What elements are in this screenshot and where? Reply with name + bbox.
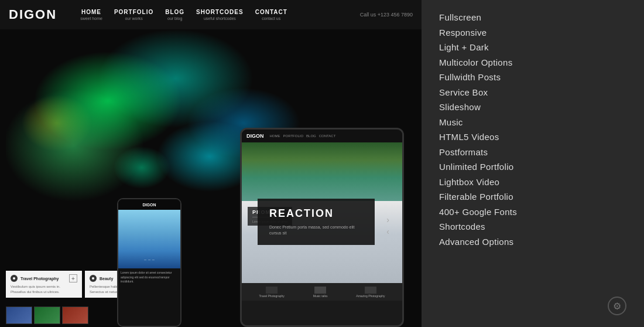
feature-item: 400+ Google Fonts: [439, 206, 626, 218]
reaction-title: REACTION: [269, 207, 363, 220]
feature-item: Unlimited Portfolio: [439, 161, 626, 173]
arrow-left-icon[interactable]: ‹: [386, 227, 389, 236]
nav-link-item[interactable]: BLOGour blog: [165, 9, 184, 21]
nav-link-item[interactable]: HOMEsweet home: [80, 9, 102, 21]
nav-link-sub: useful shortcodes: [204, 16, 236, 21]
tablet-footer-item: Amazing Photography: [356, 287, 385, 298]
nav-link-sub: sweet home: [80, 16, 102, 21]
feature-item: HTML5 Videos: [439, 131, 626, 143]
footer-thumb: [314, 287, 326, 294]
feature-item: Filterable Portfolio: [439, 191, 626, 203]
phone-logo: DIGON: [143, 203, 156, 207]
card-title: Beauty: [100, 277, 113, 281]
tablet-logo: DIGON: [246, 133, 264, 139]
phone-number: Call us +123 456 7890: [360, 12, 413, 18]
thumbnail[interactable]: [62, 306, 88, 324]
feature-item: Shortcodes: [439, 221, 626, 233]
feature-item: Responsive: [439, 27, 626, 39]
website-preview: DIGON HOMEsweet homePORTFOLIOour worksBL…: [0, 0, 422, 327]
nav-link-item[interactable]: CONTACTcontact us: [255, 9, 287, 21]
nav-link-main: CONTACT: [255, 9, 287, 15]
feature-item: Music: [439, 117, 626, 128]
feature-item: Fullwidth Posts: [439, 71, 626, 83]
thumbnail[interactable]: [6, 306, 32, 324]
feature-item: Advanced Options: [439, 236, 626, 248]
tablet-nav: DIGON HOME PORTFOLIO BLOG CONTACT: [242, 130, 402, 142]
nav-link-item[interactable]: PORTFOLIOour works: [114, 9, 153, 21]
thumbnail[interactable]: [34, 306, 60, 324]
phone-screen: DIGON ~ ~ ~ Lorem ipsum dolor sit amet c…: [118, 199, 180, 326]
feature-item: Fullscreen: [439, 12, 626, 23]
feature-item: Light + Dark: [439, 42, 626, 53]
feature-item: Service Box: [439, 87, 626, 98]
card-text: Vestibulum quis ipsum semis in.Phasellus…: [11, 284, 77, 294]
tablet-footer: Travel Photography Music talks Amazing P…: [242, 283, 402, 301]
phone-mockup: DIGON ~ ~ ~ Lorem ipsum dolor sit amet c…: [117, 198, 181, 327]
nav-link-sub: contact us: [262, 16, 280, 21]
nav-link-sub: our works: [125, 16, 142, 21]
add-icon[interactable]: +: [69, 274, 77, 282]
nav-link-main: SHORTCODES: [196, 9, 244, 15]
nav-links: HOMEsweet homePORTFOLIOour worksBLOGour …: [80, 9, 287, 21]
thumbnails-strip: [6, 306, 88, 324]
phone-birds: ~ ~ ~: [118, 257, 180, 263]
features-panel: FullscreenResponsiveLight + DarkMulticol…: [422, 0, 644, 327]
footer-thumb: [365, 287, 376, 294]
phone-top-bar: DIGON: [118, 199, 180, 210]
nav-link-sub: our blog: [167, 16, 182, 21]
bottom-icon-area: ⚙: [608, 297, 626, 315]
nav-bar: DIGON HOMEsweet homePORTFOLIOour worksBL…: [0, 0, 422, 29]
card-title: Travel Photography: [20, 277, 59, 281]
feature-item: Slideshow: [439, 101, 626, 113]
portfolio-card: Travel Photography + Vestibulum quis ips…: [6, 271, 82, 298]
features-list: FullscreenResponsiveLight + DarkMulticol…: [439, 12, 626, 247]
portfolio-dot: [90, 275, 97, 282]
arrow-right-icon[interactable]: ›: [386, 215, 389, 224]
reaction-box: REACTION Donec Pretium porta massa, sed …: [258, 199, 375, 245]
phone-content: Lorem ipsum dolor sit amet consectetur a…: [118, 268, 180, 287]
feature-item: Multicolor Options: [439, 57, 626, 69]
tablet-footer-item: Music talks: [313, 287, 328, 298]
phone-image: ~ ~ ~: [118, 210, 180, 268]
gear-icon: ⚙: [608, 297, 626, 315]
feature-item: Postformats: [439, 147, 626, 158]
portfolio-dot: [11, 275, 18, 282]
reaction-text: Donec Pretium porta massa, sed commodo e…: [269, 224, 363, 236]
tablet-footer-item: Travel Photography: [259, 287, 284, 298]
nav-link-main: HOME: [81, 9, 101, 15]
card-header: Travel Photography +: [11, 274, 77, 282]
tablet-nav-links: HOME PORTFOLIO BLOG CONTACT: [270, 134, 336, 138]
site-logo: DIGON: [9, 7, 57, 22]
feature-item: Lightbox Video: [439, 176, 626, 188]
tablet-top-image: [242, 142, 402, 201]
nav-link-main: BLOG: [165, 9, 184, 15]
footer-thumb: [266, 287, 278, 294]
nav-link-main: PORTFOLIO: [114, 9, 153, 15]
nav-link-item[interactable]: SHORTCODESuseful shortcodes: [196, 9, 244, 21]
